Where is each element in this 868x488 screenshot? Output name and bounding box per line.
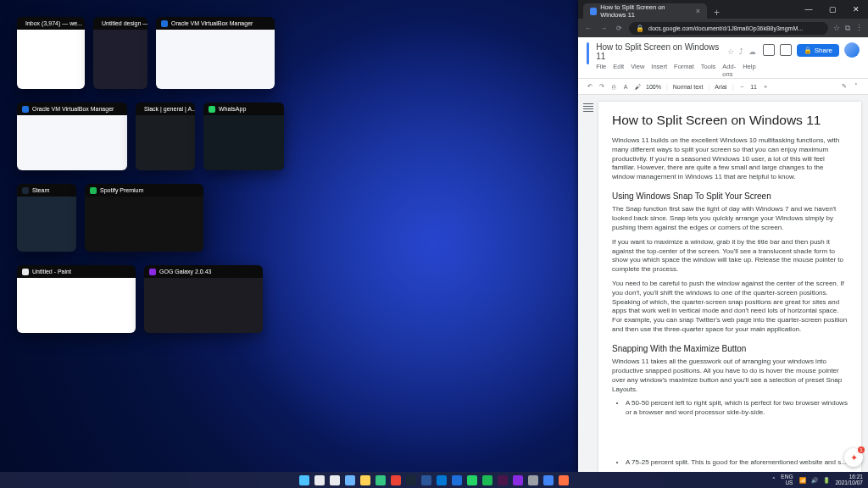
battery-icon[interactable]: 🔋 — [823, 477, 830, 484]
style-select[interactable]: Normal text — [673, 84, 704, 90]
app-icon — [22, 187, 29, 194]
task-view-thumbnail[interactable]: Untitled design — ... — [93, 17, 147, 89]
taskbar-word-icon[interactable] — [421, 475, 431, 485]
task-view-thumbnail[interactable]: Oracle VM VirtualBox Manager — [17, 103, 127, 170]
docs-menu-add-ons[interactable]: Add-ons — [722, 63, 736, 78]
app-icon — [161, 20, 168, 27]
doc-paragraph: Windows 11 builds on the excellent Windo… — [612, 136, 848, 182]
taskbar-spotify-icon[interactable] — [482, 475, 492, 485]
outline-toggle-icon[interactable] — [583, 103, 593, 112]
docs-menu-view[interactable]: View — [631, 63, 644, 78]
font-size-inc[interactable]: + — [762, 84, 769, 90]
window-minimize-button[interactable]: — — [797, 0, 821, 19]
docs-header: How to Split Screen on Windows 11 ☆ ⤴ ☁ … — [578, 37, 868, 79]
toolbar-collapse-icon[interactable]: ˄ — [853, 83, 860, 90]
taskbar-steam-icon[interactable] — [406, 475, 416, 485]
docs-menu-help[interactable]: Help — [743, 63, 755, 78]
browser-menu-icon[interactable]: ⋮ — [855, 24, 863, 33]
docs-menu-format[interactable]: Format — [674, 63, 694, 78]
taskbar-widgets-icon[interactable] — [345, 475, 355, 485]
comment-history-button[interactable] — [763, 44, 775, 56]
taskbar-store-icon[interactable] — [437, 475, 447, 485]
task-view-thumbnail[interactable]: Slack | general | A... — [136, 103, 195, 170]
clock-date[interactable]: 2021/10/07 — [835, 480, 863, 486]
docs-logo-icon[interactable] — [587, 42, 589, 64]
move-icon[interactable]: ⤴ — [739, 47, 743, 56]
star-icon[interactable]: ☆ — [727, 47, 734, 56]
volume-icon[interactable]: 🔊 — [811, 477, 818, 484]
font-size-dec[interactable]: − — [738, 84, 745, 90]
docs-menu-tools[interactable]: Tools — [701, 63, 716, 78]
extensions-icon[interactable]: ⧉ — [845, 24, 850, 33]
taskbar-settings-icon[interactable] — [528, 475, 538, 485]
taskbar-docs-icon[interactable] — [543, 475, 554, 485]
task-view-thumbnail[interactable]: WhatsApp — [203, 103, 284, 170]
new-tab-button[interactable]: + — [707, 7, 726, 19]
taskbar-vbox-icon[interactable] — [452, 475, 462, 485]
doc-paragraph: Windows 11 takes all the guesswork out o… — [612, 358, 848, 394]
undo-button[interactable]: ↶ — [587, 83, 593, 90]
nav-back-button[interactable]: ← — [583, 25, 593, 32]
doc-paragraph: The Snap function first saw the light of… — [612, 205, 848, 232]
browser-address-bar: ← → ⟳ 🔒 docs.google.com/document/d/1J8ma… — [578, 19, 868, 37]
docs-menu-insert[interactable]: Insert — [651, 63, 667, 78]
document-page[interactable]: How to Split Screen on Windows 11 Window… — [598, 102, 861, 472]
taskbar-slack-icon[interactable] — [498, 475, 508, 485]
share-button[interactable]: 🔒 Share — [797, 44, 839, 57]
task-view-card-title: WhatsApp — [219, 106, 246, 112]
task-view-thumbnail[interactable]: Inbox (3,974) — we... — [17, 17, 85, 89]
task-view-card-preview — [136, 115, 195, 170]
taskbar-whatsapp-icon[interactable] — [467, 475, 477, 485]
font-size-field[interactable]: 11 — [750, 84, 757, 90]
task-view-card-preview — [17, 115, 127, 170]
task-view-card-title: GOG Galaxy 2.0.43 — [159, 269, 211, 274]
taskbar-gog-icon[interactable] — [513, 475, 523, 485]
taskbar-explorer-icon[interactable] — [360, 475, 370, 485]
present-button[interactable] — [780, 44, 792, 56]
tray-overflow-chevron-icon[interactable]: ˄ — [772, 477, 776, 484]
paint-format-button[interactable]: 🖌 — [634, 84, 641, 90]
browser-titlebar: How to Split Screen on Windows 11 × + — … — [578, 0, 868, 19]
task-view-thumbnail[interactable]: GOG Galaxy 2.0.43 — [144, 265, 263, 333]
taskbar-photos-icon[interactable] — [559, 475, 569, 485]
wifi-icon[interactable]: 📶 — [799, 477, 806, 484]
doc-h1: How to Split Screen on Windows 11 — [612, 112, 848, 130]
docs-menu-file[interactable]: File — [596, 63, 606, 78]
task-view-card-title: Oracle VM VirtualBox Manager — [32, 106, 114, 112]
redo-button[interactable]: ↷ — [598, 83, 605, 90]
taskbar-taskview-icon[interactable] — [330, 475, 340, 485]
spellcheck-button[interactable]: A — [622, 84, 629, 90]
editing-mode-button[interactable]: ✎ — [841, 83, 848, 90]
taskbar-start-icon[interactable] — [299, 475, 309, 485]
explore-button[interactable]: ✦ 1 — [844, 448, 863, 467]
bookmark-star-icon[interactable]: ☆ — [833, 24, 840, 33]
task-view-card-preview — [85, 197, 203, 252]
task-view-thumbnail[interactable]: Untitled - Paint — [17, 265, 136, 333]
omnibox[interactable]: 🔒 docs.google.com/document/d/1J8ma6Op36k… — [629, 22, 828, 35]
nav-reload-button[interactable]: ⟳ — [614, 25, 624, 32]
task-view-card-preview — [17, 30, 85, 89]
app-icon — [22, 106, 29, 113]
font-select[interactable]: Arial — [715, 84, 726, 90]
zoom-select[interactable]: 100% — [646, 84, 661, 90]
nav-forward-button[interactable]: → — [598, 25, 609, 32]
docs-menu-edit[interactable]: Edit — [613, 63, 624, 78]
lock-small-icon: 🔒 — [804, 47, 812, 54]
taskbar-edge-icon[interactable] — [376, 475, 386, 485]
task-view-thumbnail[interactable]: Spotify Premium — [85, 184, 203, 252]
taskbar-search-icon[interactable] — [314, 475, 325, 485]
tab-close-icon[interactable]: × — [696, 7, 700, 15]
cloud-status-icon: ☁ — [748, 47, 756, 56]
app-icon — [209, 106, 215, 113]
task-view-thumbnail[interactable]: Steam — [17, 184, 76, 252]
print-button[interactable]: ⎙ — [610, 84, 617, 90]
docs-document-title[interactable]: How to Split Screen on Windows 11 — [596, 42, 721, 61]
task-view-card-title: Slack | general | A... — [144, 106, 195, 112]
window-close-button[interactable]: ✕ — [844, 0, 868, 19]
window-maximize-button[interactable]: ▢ — [821, 0, 844, 19]
account-avatar[interactable] — [844, 42, 860, 58]
task-view-card-preview — [93, 30, 147, 89]
taskbar-chrome-icon[interactable] — [391, 475, 401, 485]
browser-tab-active[interactable]: How to Split Screen on Windows 11 × — [583, 3, 707, 19]
task-view-thumbnail[interactable]: Oracle VM VirtualBox Manager — [156, 17, 275, 89]
